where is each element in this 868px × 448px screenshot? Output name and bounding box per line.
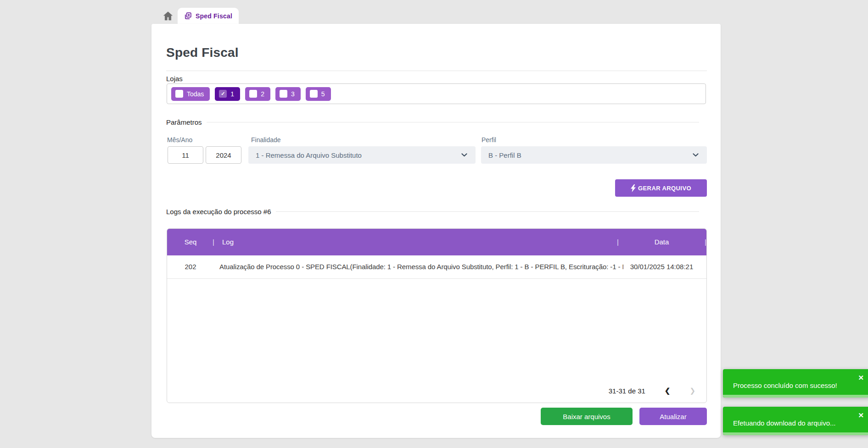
parametros-section-header: Parâmetros (166, 118, 699, 126)
baixar-arquivos-button[interactable]: Baixar arquivos (541, 408, 633, 425)
column-separator: | (617, 229, 619, 255)
checkbox-loja-3[interactable]: 3 (275, 87, 301, 101)
chevron-right-icon[interactable]: ❯ (689, 387, 695, 395)
tab-sped-fiscal[interactable]: Sped Fiscal (178, 8, 239, 24)
gerar-arquivo-button[interactable]: GERAR ARQUIVO (615, 179, 707, 197)
mes-input[interactable] (168, 146, 203, 164)
toast-success: Processo concluído com sucesso! ✕ (723, 369, 868, 398)
table-row: 202 Atualização de Processo 0 - SPED FIS… (167, 255, 706, 279)
toast-message: Processo concluído com sucesso! (733, 382, 837, 389)
logs-label: Logs da execução do processo #6 (166, 208, 271, 216)
column-header-data: Data (626, 229, 697, 255)
toast-message: Efetuando download do arquivo... (733, 419, 836, 427)
tab-label: Sped Fiscal (196, 12, 232, 20)
cell-seq: 202 (167, 255, 214, 278)
table-pagination: 31-31 de 31 ❮ ❯ (167, 379, 706, 403)
checkbox-icon (280, 90, 287, 98)
checkbox-loja-5[interactable]: 5 (306, 87, 331, 101)
chip-label: Todas (187, 90, 204, 98)
cell-log: Atualização de Processo 0 - SPED FISCAL(… (219, 255, 623, 278)
close-icon[interactable]: ✕ (858, 374, 864, 382)
checkbox-icon (175, 90, 183, 98)
atualizar-button[interactable]: Atualizar (639, 408, 707, 425)
ano-input[interactable] (206, 146, 241, 164)
page-title: Sped Fiscal (166, 45, 239, 60)
lojas-label: Lojas (166, 75, 183, 83)
toast-progress-bar (723, 395, 868, 398)
pagination-range: 31-31 de 31 (609, 387, 645, 395)
column-header-log: Log (222, 229, 234, 255)
checkbox-loja-2[interactable]: 2 (245, 87, 270, 101)
perfil-select[interactable]: B - Perfil B (481, 146, 707, 164)
chevron-left-icon[interactable]: ❮ (665, 387, 671, 395)
close-icon[interactable]: ✕ (858, 411, 864, 420)
checkbox-loja-todas[interactable]: Todas (171, 87, 210, 101)
mes-ano-label: Mês/Ano (167, 136, 192, 144)
perfil-label: Perfil (482, 136, 496, 144)
finalidade-select[interactable]: 1 - Remessa do Arquivo Substituto (248, 146, 476, 164)
logs-section-header: Logs da execução do processo #6 (166, 207, 699, 216)
chevron-down-icon (461, 153, 467, 157)
logs-table-header: Seq | Log | Data | (167, 229, 706, 255)
document-icon (184, 12, 192, 20)
column-separator: | (213, 229, 214, 255)
finalidade-label: Finalidade (251, 136, 281, 144)
cell-data: 30/01/2025 14:08:21 (626, 255, 697, 278)
sped-fiscal-card: Sped Fiscal Lojas Todas ✓ 1 2 3 5 (151, 24, 721, 438)
chip-label: 1 (230, 90, 234, 98)
screen: Sped Fiscal Sped Fiscal Lojas Todas ✓ 1 … (0, 0, 868, 448)
toast-progress-bar (723, 432, 868, 435)
section-divider (207, 122, 699, 122)
column-header-seq: Seq (167, 229, 214, 255)
toast-download: Efetuando download do arquivo... ✕ (723, 407, 868, 435)
parametros-label: Parâmetros (166, 118, 202, 126)
checkbox-loja-1[interactable]: ✓ 1 (215, 87, 240, 101)
chip-label: 3 (291, 90, 295, 98)
perfil-value: B - Perfil B (488, 151, 521, 159)
checkbox-icon (249, 90, 257, 98)
finalidade-value: 1 - Remessa do Arquivo Substituto (256, 151, 362, 159)
chevron-down-icon (693, 153, 699, 157)
chip-label: 5 (321, 90, 325, 98)
logs-table: Seq | Log | Data | 202 Atualização de Pr… (167, 228, 707, 403)
column-separator: | (705, 229, 706, 255)
section-divider (276, 211, 700, 212)
chip-label: 2 (261, 90, 264, 98)
lightning-icon (631, 184, 636, 192)
home-button[interactable] (161, 10, 175, 24)
gerar-arquivo-label: GERAR ARQUIVO (638, 185, 691, 192)
checkbox-icon (310, 90, 318, 98)
title-divider (166, 71, 707, 71)
home-icon (162, 10, 174, 24)
checkbox-checked-icon: ✓ (219, 90, 227, 98)
lojas-checkbox-group: Todas ✓ 1 2 3 5 (167, 83, 706, 104)
